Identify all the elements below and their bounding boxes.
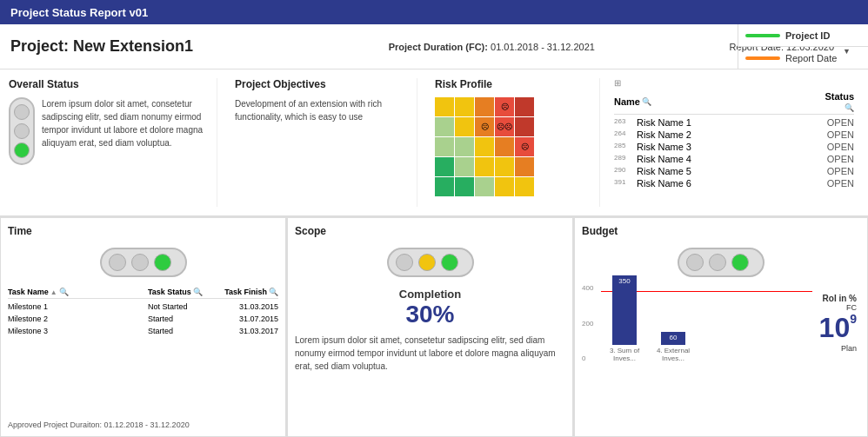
scope-traffic-light bbox=[387, 248, 474, 277]
tlh-green-on bbox=[154, 254, 171, 271]
task-status: Started bbox=[148, 327, 217, 335]
budget-content: 400 200 0 350 3. Sum of bbox=[582, 284, 860, 362]
task-status: Not Started bbox=[148, 302, 217, 311]
risk-profile-title: Risk Profile bbox=[435, 78, 591, 90]
app-header: Project Status Report v01 bbox=[0, 0, 868, 24]
task-table-header: Task Name ▲ 🔍 Task Status 🔍 Task Finish … bbox=[8, 288, 278, 299]
scope-panel: Scope Completion 30% Lorem ipsum dolor s… bbox=[287, 217, 574, 437]
scope-title: Scope bbox=[295, 225, 565, 237]
risk-table-row: 264 Risk Name 2 OPEN bbox=[614, 129, 854, 141]
y-label-200: 200 bbox=[582, 320, 601, 328]
tab-report-date-label: Report Date bbox=[785, 53, 837, 63]
risk-name: Risk Name 1 bbox=[637, 117, 818, 128]
bar-2-axis-label: 4. External Inves... bbox=[651, 347, 695, 362]
rg-cell bbox=[515, 97, 534, 116]
overall-status-text: Lorem ipsum dolor sit amet, consetetur s… bbox=[42, 97, 208, 165]
rg-cell bbox=[455, 157, 474, 176]
filter-icon[interactable]: ⊞ bbox=[614, 78, 621, 88]
th-finish: Task Finish 🔍 bbox=[217, 288, 278, 296]
risk-table-row: 263 Risk Name 1 OPEN bbox=[614, 116, 854, 129]
rg-cell bbox=[435, 177, 454, 196]
bars-container: 350 3. Sum of Inves... 60 4. External In… bbox=[603, 284, 695, 362]
completion-pct: 30% bbox=[295, 301, 565, 328]
bar-1-axis-label: 3. Sum of Inves... bbox=[603, 347, 646, 362]
tlh-yellow bbox=[131, 254, 149, 271]
top-section: Overall Status Lorem ipsum dolor sit ame… bbox=[0, 70, 868, 217]
roi-value-container: 109 bbox=[819, 312, 857, 344]
task-row: Milestone 2 Started 31.07.2015 bbox=[8, 313, 278, 325]
risk-table-row: 391 Risk Name 6 OPEN bbox=[614, 177, 854, 189]
risk-status: OPEN bbox=[819, 154, 854, 164]
project-bar: Project: New Extension1 Project Duration… bbox=[0, 24, 868, 70]
tab-project-id[interactable]: Project ID bbox=[738, 24, 868, 47]
tab-project-id-indicator bbox=[745, 34, 780, 37]
budget-tlh-green-on bbox=[731, 254, 749, 271]
task-finish: 31.03.2017 bbox=[217, 327, 278, 335]
risk-id: 285 bbox=[614, 142, 635, 152]
rg-cell bbox=[475, 97, 494, 116]
task-finish-search-icon[interactable]: 🔍 bbox=[269, 288, 278, 296]
tab-report-date[interactable]: Report Date bbox=[738, 47, 868, 70]
th-status: Task Status 🔍 bbox=[148, 288, 217, 296]
scope-tlh-green bbox=[441, 254, 458, 271]
bottom-section: Time Task Name ▲ 🔍 Task Status 🔍 bbox=[0, 217, 868, 437]
budget-traffic-light bbox=[678, 248, 765, 277]
rg-cell bbox=[455, 137, 474, 156]
rg-cell bbox=[475, 137, 494, 156]
risk-name: Risk Name 6 bbox=[637, 178, 818, 189]
task-rows: Milestone 1 Not Started 31.03.2015 Miles… bbox=[8, 301, 278, 337]
task-name: Milestone 2 bbox=[8, 315, 148, 323]
y-label-400: 400 bbox=[582, 284, 601, 292]
risk-grid-wrapper: ☹ ☹ ☹☹ ☹ bbox=[435, 97, 591, 196]
project-objectives-panel: Project Objectives Development of an ext… bbox=[226, 78, 417, 207]
rg-cell bbox=[475, 157, 494, 176]
completion-label: Completion bbox=[295, 288, 565, 301]
task-finish: 31.07.2015 bbox=[217, 315, 278, 323]
tab-project-id-label: Project ID bbox=[785, 30, 830, 41]
rg-cell bbox=[495, 157, 514, 176]
right-panel-tabs: Project ID Report Date bbox=[738, 24, 868, 70]
budget-chart-container: 400 200 0 350 3. Sum of bbox=[582, 284, 812, 362]
project-title: Project: New Extension1 bbox=[10, 37, 254, 56]
task-row: Milestone 1 Not Started 31.03.2015 bbox=[8, 301, 278, 313]
approved-text: Approved Project Duraiton: 01.12.2018 - … bbox=[8, 417, 278, 429]
rg-cell bbox=[435, 97, 454, 116]
rg-cell bbox=[475, 177, 494, 196]
risk-status: OPEN bbox=[819, 117, 854, 128]
sort-icon[interactable]: ▲ bbox=[50, 288, 57, 296]
rg-cell bbox=[495, 137, 514, 156]
task-status-search-icon[interactable]: 🔍 bbox=[193, 288, 203, 296]
risk-status: OPEN bbox=[819, 166, 854, 176]
risk-id: 391 bbox=[614, 178, 635, 189]
main-content: Overall Status Lorem ipsum dolor sit ame… bbox=[0, 70, 868, 437]
time-title: Time bbox=[8, 225, 278, 237]
risk-rows: 263 Risk Name 1 OPEN 264 Risk Name 2 OPE… bbox=[614, 116, 854, 189]
rg-cell: ☹ bbox=[475, 117, 494, 136]
risk-table-header: ⊞ bbox=[614, 78, 854, 88]
task-name-search-icon[interactable]: 🔍 bbox=[59, 288, 69, 296]
scope-tlh-red bbox=[396, 254, 413, 271]
overall-status-panel: Overall Status Lorem ipsum dolor sit ame… bbox=[9, 78, 217, 207]
rg-cell bbox=[455, 97, 474, 116]
rg-cell bbox=[435, 117, 454, 136]
project-objectives-text: Development of an extension with rich fu… bbox=[235, 97, 408, 123]
scope-text: Lorem ipsum dolor sit amet, consetetur s… bbox=[295, 334, 565, 373]
risk-status-search-icon[interactable]: 🔍 bbox=[845, 103, 854, 112]
risk-name-search-icon[interactable]: 🔍 bbox=[642, 97, 651, 106]
rg-cell: ☹ bbox=[495, 97, 514, 116]
risk-id: 263 bbox=[614, 117, 635, 128]
scope-completion: Completion 30% bbox=[295, 288, 565, 328]
risk-table-area: ⊞ Name 🔍 Status 🔍 263 Risk Name 1 OPEN 2… bbox=[609, 78, 859, 207]
task-table: Task Name ▲ 🔍 Task Status 🔍 Task Finish … bbox=[8, 288, 278, 337]
risk-name: Risk Name 3 bbox=[637, 142, 818, 152]
budget-panel: Budget 400 200 0 bbox=[574, 217, 868, 437]
duration-label: Project Duration (FC): bbox=[389, 42, 488, 52]
risk-name: Risk Name 4 bbox=[637, 154, 818, 164]
rg-cell bbox=[435, 137, 454, 156]
bar-wrap-2: 60 4. External Inves... bbox=[651, 332, 695, 362]
rg-cell bbox=[435, 157, 454, 176]
roi-value: 10 bbox=[819, 312, 851, 344]
rg-cell bbox=[515, 177, 534, 196]
rg-cell bbox=[455, 177, 474, 196]
budget-chart: 400 200 0 350 3. Sum of bbox=[582, 284, 812, 362]
